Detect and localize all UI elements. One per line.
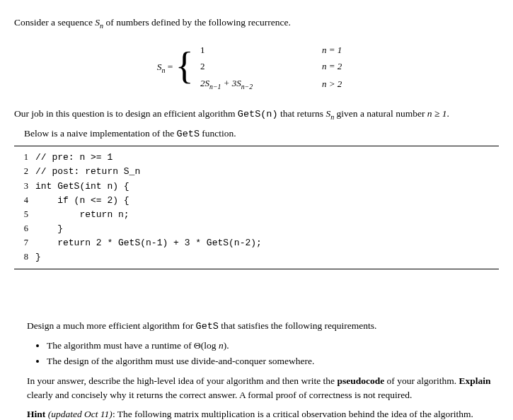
code-l4: if (n <= 2) { — [35, 194, 129, 208]
requirement-list: The algorithm must have a runtime of Θ(l… — [27, 339, 492, 369]
rule-bottom — [14, 269, 499, 269]
code-l3: int GetS(int n) { — [35, 180, 129, 194]
rule-top — [14, 146, 499, 146]
lineno: 4 — [14, 194, 28, 208]
rec-case3-cond: n > 2 — [319, 76, 355, 93]
requirement-1: The algorithm must have a runtime of Θ(l… — [47, 339, 492, 353]
answer-instructions: In your answer, describe the high-level … — [27, 374, 492, 403]
rec-case2-val: 2 — [197, 59, 265, 74]
rec-case2-cond: n = 2 — [319, 59, 355, 74]
requirement-2: The design of the algorithm must use div… — [47, 354, 492, 368]
lineno: 6 — [14, 222, 28, 236]
code-l8: } — [35, 250, 41, 264]
lineno: 5 — [14, 208, 28, 222]
lineno: 2 — [14, 165, 28, 179]
rec-case3-val: 2Sn−1 + 3Sn−2 — [197, 76, 265, 93]
lineno: 1 — [14, 151, 28, 165]
code-listing: 1// pre: n >= 1 2// post: return S_n 3in… — [14, 151, 499, 264]
code-l6: } — [35, 222, 63, 236]
recurrence-definition: Sn = { 1 n = 1 2 n = 2 2Sn−1 + 3Sn−2 n >… — [14, 41, 499, 94]
question-block: Design a much more efficient algorithm f… — [27, 319, 492, 420]
code-l1: // pre: n >= 1 — [35, 151, 113, 165]
lineno: 8 — [14, 250, 28, 264]
naive-intro: Below is a naive implementation of the G… — [24, 127, 499, 141]
code-l5: return n; — [35, 208, 129, 222]
code-l2: // post: return S_n — [35, 165, 140, 179]
code-l7: return 2 * GetS(n-1) + 3 * GetS(n-2); — [35, 236, 262, 250]
seq-sym: Sn — [95, 17, 103, 28]
intro-paragraph: Consider a sequence Sn of numbers define… — [14, 16, 499, 31]
lineno: 7 — [14, 236, 28, 250]
design-req-intro: Design a much more efficient algorithm f… — [27, 319, 492, 334]
intro-text-a: Consider a sequence — [14, 17, 95, 28]
task-paragraph: Our job in this question is to design an… — [14, 107, 499, 122]
rec-case1-val: 1 — [197, 42, 265, 58]
hint-paragraph: Hint (updated Oct 11): The following mat… — [27, 407, 492, 420]
lineno: 3 — [14, 180, 28, 194]
rec-case1-cond: n = 1 — [319, 42, 355, 58]
fn-name: GetS(n) — [238, 109, 278, 119]
intro-text-b: of numbers defined by the following recu… — [103, 17, 291, 28]
